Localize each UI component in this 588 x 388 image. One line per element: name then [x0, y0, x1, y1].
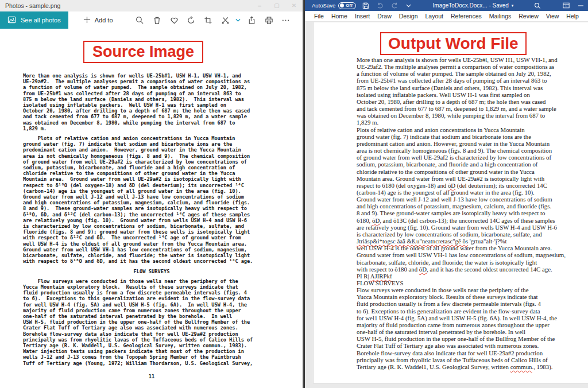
- scanned-text-line: fluid production usually is from a few d…: [23, 290, 280, 296]
- close-icon[interactable]: ✕: [285, 0, 303, 11]
- spellcheck-flagged-text: commun: [510, 363, 532, 370]
- undo-icon[interactable]: [376, 1, 385, 10]
- scanned-text-line: are relatively young (fig. 10). Ground w…: [23, 218, 280, 223]
- scanned-text-line: Ground water from well J-12 and well J-1…: [23, 194, 280, 200]
- print-icon[interactable]: [261, 13, 276, 28]
- search-icon[interactable]: [533, 1, 542, 10]
- word-text-line: Ground water from well J-12 and well J-1…: [357, 196, 586, 203]
- word-text-line: a function of volume of water pumped. Th…: [357, 70, 586, 77]
- edit-and-create-icon[interactable]: [218, 13, 233, 28]
- menu-tab-review[interactable]: Review: [519, 13, 538, 20]
- word-text-line: respect to 6180 (del oxygen-18) and ôD (…: [357, 182, 586, 189]
- scanned-paragraph: Plots of relative cation and anion conce…: [23, 135, 280, 264]
- word-text-line: fluid production usually is from a few d…: [357, 300, 586, 307]
- menu-tab-insert[interactable]: Insert: [355, 13, 370, 20]
- document-title[interactable]: ImageToDocx.Docx... - Saved ▾: [433, 2, 514, 9]
- word-text-line: USW H-5, fluid production in the upper o…: [357, 335, 586, 342]
- save-icon[interactable]: [361, 1, 370, 10]
- scanned-text-line: δ¹⁸O, δD, and δ¹³C (del carbon-13); the …: [23, 212, 280, 218]
- word-text-line: PI R| AJIRPkf: [357, 273, 586, 280]
- autosave-label: AutoSave: [312, 2, 335, 9]
- favorite-icon[interactable]: [167, 13, 181, 28]
- title-dropdown-caret-icon: ▾: [512, 3, 514, 8]
- word-text-segment: , and it has the second oldest uncorrect…: [427, 266, 552, 273]
- scanned-text-line: of ground water from well UE-29a#2 is ch…: [23, 159, 280, 165]
- menu-tab-references[interactable]: References: [451, 13, 482, 20]
- menu-tab-view[interactable]: View: [546, 13, 559, 20]
- word-text-line: October 20, 1980, after drilling to a de…: [357, 98, 586, 105]
- maximize-icon[interactable]: ▢: [268, 0, 285, 11]
- autosave-pill: Off: [338, 2, 356, 9]
- word-text-segment: 'grtua"alt-'į?%t: [468, 238, 506, 245]
- word-text-line: and high concentrations of potassium, ma…: [357, 203, 586, 209]
- scanned-text-line: Tuff of Tertiary age (Young, 1972; Willi…: [23, 360, 280, 366]
- scanned-text-line: well USW H-4 is the oldest of all ground…: [23, 241, 280, 247]
- menu-tab-design[interactable]: Design: [399, 13, 418, 20]
- word-titlebar[interactable]: AutoSave Off: [305, 0, 588, 11]
- scanned-text-line: UE-29a#2. The multiple analyses permit a…: [23, 79, 280, 84]
- word-text-segment: 6180,: [357, 217, 372, 224]
- word-text-line: Flow surveys were conducted in those wel…: [357, 286, 586, 293]
- quick-access-toolbar: AutoSave Off: [312, 1, 413, 10]
- autosave-toggle[interactable]: AutoSave Off: [312, 2, 356, 9]
- edit-dropdown-chevron-icon[interactable]: [234, 13, 242, 28]
- rotate-icon[interactable]: [184, 13, 199, 28]
- add-to-button[interactable]: Add to: [78, 11, 119, 29]
- spellcheck-flagged-text: Jtriåsp&i*togsc åaã &ß.u"neatncretasc"gē…: [357, 238, 468, 245]
- scanned-text-line: respect to δ¹⁸O (del oxygen-18) and δD (…: [23, 183, 280, 188]
- word-text-line: for wel1 USW H-4 (fig. 5A) and well USW …: [357, 315, 586, 321]
- word-text-line: principally was from rhyolitic lavas of …: [357, 356, 586, 363]
- word-text-line: UE-29af2. The multiple analyses permit a…: [357, 63, 586, 70]
- see-all-photos-button[interactable]: See all photos: [0, 11, 68, 29]
- scanned-text-line: 1,829 m.: [23, 126, 280, 131]
- scanned-text-line: Flow surveys were conducted in those wel…: [23, 278, 280, 284]
- scanned-text-line: for well USW H-4 (fig. 5A) and well USW …: [23, 302, 280, 308]
- scanned-text-line: Ground water from well USW VH-1 has low …: [23, 247, 280, 253]
- scanned-text-line: 875 m below the land surface (Daniels an…: [23, 96, 280, 102]
- word-text-line: Tertiary age (R. K. Waddel1, U.S. Geolog…: [357, 363, 586, 370]
- scanned-text-line: majority of fluid production came from n…: [23, 308, 280, 313]
- word-text-line: from UE-25b#1 was collected after 28 day…: [357, 77, 586, 84]
- word-text-line: Mountain area. Ground water from well UE…: [357, 175, 586, 182]
- photos-titlebar[interactable]: Photos - sample.png – ▢ ✕: [0, 0, 303, 11]
- scanned-text-line: Borehole flow-survey data also indicate …: [23, 331, 280, 337]
- scanned-document: More than one analysis is shown for well…: [23, 73, 280, 379]
- menu-tab-file[interactable]: File: [314, 13, 324, 20]
- word-text-segment: , and ô13C (del csrbon-13); the uncorrec…: [380, 217, 555, 224]
- word-text-line: area is not chemically homogeneous (figs…: [357, 147, 586, 154]
- menu-tab-help[interactable]: Help: [566, 13, 579, 20]
- scanned-text-line: Yucca Mountain exploratory block. Result…: [23, 284, 280, 290]
- word-page[interactable]: Output Word File More than one analysis …: [313, 22, 588, 383]
- delete-icon[interactable]: [149, 13, 164, 28]
- word-text-line: (carbon-14) age is the youngest of all g…: [357, 189, 586, 196]
- share-icon[interactable]: [244, 13, 259, 28]
- minimize-icon[interactable]: –: [251, 0, 268, 11]
- word-text-line: bicarbonate, sulfate, chloride, and fluo…: [357, 259, 586, 266]
- scanned-text-line: and high concentrations of potassium, ma…: [23, 200, 280, 205]
- minimize-icon[interactable]: [577, 1, 586, 10]
- word-text-line: Borehole flow-survey data also indicate …: [357, 350, 586, 356]
- scanned-text-line: (carbon-14) age is the youngest of all g…: [23, 188, 280, 194]
- word-text-line: More than one analysis is shown for well…: [357, 56, 586, 63]
- customize-quick-access-icon[interactable]: [404, 1, 413, 10]
- source-image-label: Source Image: [83, 41, 203, 63]
- word-text-line: one-half of the saturated interval penet…: [357, 328, 586, 335]
- ribbon-display-options-icon[interactable]: [562, 1, 571, 10]
- scanned-text-line: from UE-25b#1 was collected after 28 day…: [23, 91, 280, 96]
- zoom-icon[interactable]: [133, 13, 148, 28]
- spellcheck-flagged-text: ôD: [448, 182, 455, 189]
- more-options-icon[interactable]: [278, 13, 293, 28]
- redo-icon[interactable]: [390, 1, 399, 10]
- scanned-text-line: Mountain area. Ground water from well UE…: [23, 176, 280, 182]
- word-document-text[interactable]: More than one analysis is shown for well…: [357, 56, 586, 370]
- scanned-section-heading: FLOW SURVEYS: [23, 269, 280, 274]
- scanned-page-number: 11: [23, 374, 280, 379]
- word-text-line: isolated using inflatable packers. Well …: [357, 91, 586, 98]
- menu-tab-home[interactable]: Home: [331, 13, 347, 20]
- crop-icon[interactable]: [201, 13, 216, 28]
- edit-and-create-group: [218, 13, 242, 28]
- menu-tab-layout[interactable]: Layout: [425, 13, 443, 20]
- menu-tab-mailings[interactable]: Mailings: [489, 13, 512, 20]
- scanned-text-line: fluoride (figs. 8 and 9); ground water f…: [23, 229, 280, 235]
- menu-tab-draw[interactable]: Draw: [377, 13, 392, 20]
